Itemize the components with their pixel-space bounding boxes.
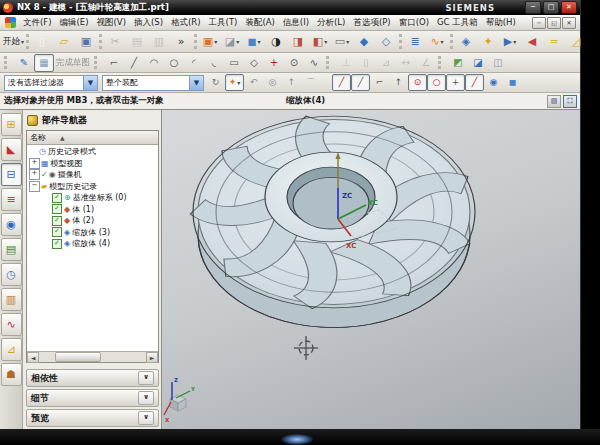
menu-item-5[interactable]: 工具(T) <box>205 16 242 30</box>
fit-view-button[interactable]: ◆ <box>353 32 375 52</box>
chevron-down-icon[interactable]: ∨ <box>138 391 154 405</box>
web-browser-tab[interactable]: ◉ <box>1 213 22 236</box>
dropdown-arrow-icon[interactable]: ▾ <box>214 38 217 45</box>
toolbar-grip[interactable] <box>326 56 334 69</box>
mdi-close-button[interactable]: ✕ <box>562 17 576 29</box>
menu-item-2[interactable]: 视图(V) <box>93 16 130 30</box>
orient-view-button[interactable]: ▣▾ <box>199 32 221 52</box>
menu-item-3[interactable]: 插入(S) <box>130 16 167 30</box>
curve-button[interactable]: ∿▾ <box>426 32 448 52</box>
point-button[interactable]: + <box>264 54 284 72</box>
taskbar-glow-icon[interactable] <box>281 434 313 445</box>
sketch-button[interactable]: ✎ <box>14 54 34 72</box>
solid-face-toggle[interactable]: ◼ <box>503 74 522 91</box>
expand-plus-icon[interactable]: + <box>29 169 40 180</box>
mdi-restore-button[interactable]: ◱ <box>547 17 561 29</box>
chevron-down-icon[interactable]: ∨ <box>138 371 154 385</box>
toolbar-overflow-button[interactable]: » <box>170 32 192 52</box>
toolbar-grip[interactable] <box>26 34 29 49</box>
dropdown-arrow-icon[interactable]: ▾ <box>441 38 444 45</box>
chevron-down-icon[interactable]: ∨ <box>138 411 154 425</box>
mdi-minimize-button[interactable]: ─ <box>532 17 546 29</box>
pan-view-button[interactable]: ◧▾ <box>309 32 331 52</box>
menu-item-10[interactable]: 窗口(O) <box>395 16 433 30</box>
sketch-task-button[interactable]: ▦ <box>34 54 54 72</box>
section-dependencies[interactable]: 相依性∨ <box>26 369 159 387</box>
scrollbar-thumb[interactable] <box>55 352 101 362</box>
menu-item-12[interactable]: 帮助(H) <box>482 16 520 30</box>
horizontal-scrollbar[interactable]: ◄ ► <box>27 351 158 362</box>
tree-row-0[interactable]: ◷历史记录模式 <box>27 146 158 158</box>
toolbar-grip[interactable] <box>99 34 102 49</box>
dropdown-arrow-icon[interactable]: ▾ <box>236 38 239 45</box>
ellipse-button[interactable]: ⊙ <box>284 54 304 72</box>
part-navigator-tab[interactable]: ⊟ <box>1 163 22 186</box>
sketch-preferences-button[interactable]: ◪ <box>468 54 488 72</box>
tree-row-5[interactable]: ✓◆体 (1) <box>27 204 158 216</box>
part-navigator-pin-icon[interactable] <box>27 115 38 126</box>
chevron-down-icon[interactable]: ▼ <box>83 76 97 90</box>
open-button[interactable]: ▱ <box>53 32 75 52</box>
system-scenes-tab[interactable]: ⊿ <box>1 338 22 361</box>
tree-row-8[interactable]: ✓◈缩放体 (4) <box>27 238 158 250</box>
new-file-button[interactable]: ▯ <box>31 32 53 52</box>
vector-up-button[interactable]: ↑ <box>282 74 301 91</box>
curve-snap-button[interactable]: ⌒ <box>301 74 320 91</box>
measure-angle-button[interactable]: ◿ <box>565 32 587 52</box>
rectangle-button[interactable]: ▭ <box>224 54 244 72</box>
existing-point-toggle[interactable]: + <box>446 74 465 91</box>
menu-item-6[interactable]: 装配(A) <box>241 16 278 30</box>
show-constraints-button[interactable]: ◩ <box>448 54 468 72</box>
key-point-button[interactable]: ✦ <box>477 32 499 52</box>
constraint-navigator-tab[interactable]: ◣ <box>1 138 22 161</box>
roles-tab[interactable]: ∿ <box>1 313 22 336</box>
menu-item-8[interactable]: 分析(L) <box>313 16 349 30</box>
minimize-button[interactable]: ─ <box>525 1 541 14</box>
point-on-face-toggle[interactable]: ◉ <box>484 74 503 91</box>
refresh-selection-button[interactable]: ↻ <box>206 74 225 91</box>
impeller-body[interactable] <box>188 115 475 327</box>
control-point-toggle[interactable]: ⌐ <box>370 74 389 91</box>
feature-checkbox[interactable]: ✓ <box>52 227 62 237</box>
arc-button[interactable]: ◠ <box>144 54 164 72</box>
manufacturing-wizard-tab[interactable]: ▥ <box>1 288 22 311</box>
collapse-minus-icon[interactable]: − <box>29 181 40 192</box>
window-zoom-button[interactable]: ▭▾ <box>331 32 353 52</box>
snap-point-toggle[interactable]: ✦▾ <box>225 74 244 91</box>
process-studio-tab[interactable]: ◷ <box>1 263 22 286</box>
dropdown-arrow-icon[interactable]: ▾ <box>258 38 261 45</box>
reuse-library-tab[interactable]: ≡ <box>1 188 22 211</box>
start-button[interactable]: 开始▾ <box>2 32 24 52</box>
conic-button[interactable]: ∿ <box>304 54 324 72</box>
magnify-button[interactable]: ◎ <box>263 74 282 91</box>
fit-window-icon[interactable]: ⛶ <box>563 95 577 108</box>
rendering-style-button[interactable]: ◼▾ <box>243 32 265 52</box>
dropdown-arrow-icon[interactable]: ▾ <box>513 38 516 45</box>
menu-item-0[interactable]: 文件(F) <box>19 16 56 30</box>
history-tab[interactable]: ▤ <box>1 238 22 261</box>
profile-button[interactable]: ⌐ <box>104 54 124 72</box>
tree-column-header[interactable]: 名称 ▲ <box>27 131 158 145</box>
menu-item-11[interactable]: GC 工具箱 <box>433 16 482 30</box>
tree-row-7[interactable]: ✓◈缩放体 (3) <box>27 227 158 239</box>
appearance-button[interactable]: ◑ <box>265 32 287 52</box>
end-point-toggle[interactable]: ╱ <box>332 74 351 91</box>
graphics-viewport[interactable]: ZC YC XC Z <box>162 110 580 429</box>
feature-checkbox[interactable]: ✓ <box>52 239 62 249</box>
fillet-button[interactable]: ◜ <box>184 54 204 72</box>
move-face-button[interactable]: ▶▾ <box>499 32 521 52</box>
section-details[interactable]: 细节∨ <box>26 389 159 407</box>
delete-face-button[interactable]: ◀ <box>521 32 543 52</box>
tree-row-3[interactable]: −▰模型历史记录 <box>27 181 158 193</box>
expand-plus-icon[interactable]: + <box>29 158 40 169</box>
maximize-button[interactable]: □ <box>543 1 559 14</box>
quadrant-point-toggle[interactable]: ○ <box>427 74 446 91</box>
datum-plane-button[interactable]: ◈ <box>455 32 477 52</box>
scroll-right-icon[interactable]: ► <box>146 352 158 363</box>
toolbar-grip[interactable] <box>450 34 453 49</box>
menu-item-4[interactable]: 格式(R) <box>167 16 205 30</box>
mid-point-toggle[interactable]: ╱ <box>351 74 370 91</box>
line-button[interactable]: ╱ <box>124 54 144 72</box>
measure-distance-button[interactable]: ═ <box>543 32 565 52</box>
rotate-view-button[interactable]: ◨ <box>287 32 309 52</box>
